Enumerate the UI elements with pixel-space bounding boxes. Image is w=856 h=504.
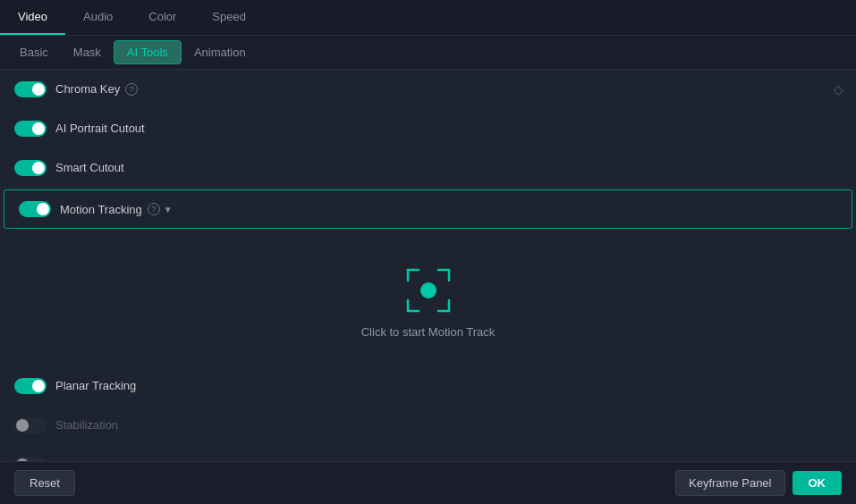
- motion-tracking-toggle[interactable]: [19, 201, 51, 217]
- toggle-thumb: [16, 419, 29, 432]
- toggle-thumb: [32, 122, 45, 135]
- motion-tracking-label: Motion Tracking: [60, 203, 142, 216]
- chroma-key-label: Chroma Key: [55, 82, 120, 96]
- smart-cutout-row: Smart Cutout: [0, 148, 856, 188]
- bottom-right-actions: Keyframe Panel OK: [675, 470, 842, 496]
- ok-button[interactable]: OK: [792, 471, 843, 495]
- toggle-thumb: [32, 83, 45, 96]
- chroma-key-row: Chroma Key ? ◇: [0, 70, 856, 109]
- stabilization-row: Stabilization: [0, 406, 856, 445]
- motion-tracking-help-icon[interactable]: ?: [148, 203, 160, 215]
- tab-audio[interactable]: Audio: [65, 0, 131, 35]
- motion-track-label: Click to start Motion Track: [361, 325, 496, 339]
- bottom-bar: Reset Keyframe Panel OK: [0, 461, 856, 504]
- motion-tracking-row: Motion Tracking ? ▼: [4, 189, 852, 229]
- sub-tab-basic[interactable]: Basic: [7, 41, 61, 63]
- stabilization-label: Stabilization: [55, 418, 118, 432]
- planar-tracking-toggle[interactable]: [14, 378, 47, 394]
- keyframe-panel-button[interactable]: Keyframe Panel: [675, 470, 785, 496]
- planar-tracking-row: Planar Tracking: [0, 366, 856, 406]
- svg-point-0: [420, 282, 436, 298]
- sub-tabs-bar: Basic Mask AI Tools Animation: [0, 36, 856, 70]
- sub-tab-mask[interactable]: Mask: [61, 41, 114, 63]
- extra-row: [0, 445, 856, 461]
- ai-portrait-toggle[interactable]: [14, 121, 47, 137]
- planar-tracking-label: Planar Tracking: [55, 379, 136, 392]
- smart-cutout-toggle[interactable]: [14, 160, 47, 176]
- chroma-key-toggle[interactable]: [14, 81, 47, 97]
- tab-speed[interactable]: Speed: [194, 0, 264, 35]
- reset-button[interactable]: Reset: [14, 470, 75, 496]
- tab-video[interactable]: Video: [0, 0, 65, 35]
- diamond-icon[interactable]: ◇: [834, 82, 843, 97]
- main-content: Chroma Key ? ◇ AI Portrait Cutout Smart …: [0, 70, 856, 461]
- smart-cutout-label: Smart Cutout: [55, 161, 124, 174]
- toggle-thumb: [32, 162, 45, 174]
- top-tabs-bar: Video Audio Color Speed: [0, 0, 856, 36]
- sub-tab-animation[interactable]: Animation: [182, 41, 258, 63]
- toggle-thumb: [37, 203, 49, 215]
- motion-track-area[interactable]: Click to start Motion Track: [0, 231, 856, 366]
- track-outer-svg: [404, 266, 453, 315]
- ai-portrait-row: AI Portrait Cutout: [0, 109, 856, 148]
- sub-tab-ai-tools[interactable]: AI Tools: [114, 40, 182, 64]
- ai-portrait-label: AI Portrait Cutout: [55, 122, 145, 135]
- motion-track-button[interactable]: [404, 266, 453, 315]
- chroma-key-help-icon[interactable]: ?: [125, 83, 138, 96]
- toggle-thumb: [32, 380, 45, 392]
- chevron-down-icon[interactable]: ▼: [164, 205, 173, 214]
- tab-color[interactable]: Color: [131, 0, 194, 35]
- stabilization-toggle[interactable]: [14, 417, 47, 433]
